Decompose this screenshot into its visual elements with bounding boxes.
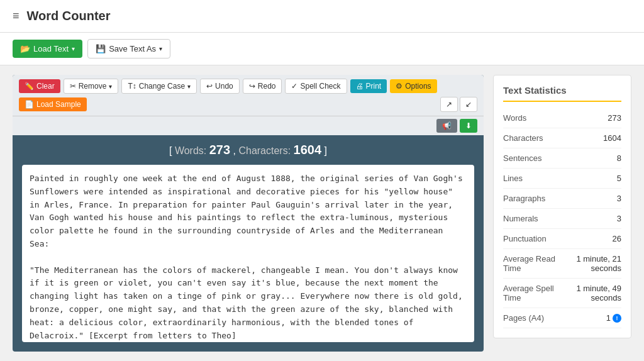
stat-block-value: 1 !: [606, 313, 621, 323]
redo-icon: ↪: [249, 82, 255, 91]
options-button[interactable]: ⚙ Options: [390, 79, 436, 93]
stats-panel: Text Statistics Words273Characters1604Se…: [493, 75, 631, 338]
speaker-button[interactable]: 📢: [436, 119, 457, 133]
stat-block-value: 1 minute, 21 seconds: [560, 254, 621, 273]
stats-rows: Words273Characters1604Sentences8Lines5Pa…: [503, 108, 621, 249]
clear-icon: ✏️: [25, 82, 34, 91]
undo-button[interactable]: ↩ Undo: [200, 79, 240, 94]
info-icon: !: [613, 314, 621, 323]
stat-value: 1604: [603, 133, 621, 143]
stat-row: Characters1604: [503, 128, 621, 148]
stat-label: Paragraphs: [503, 194, 545, 203]
stat-value: 3: [617, 194, 621, 203]
stat-block-label: Pages (A4): [503, 313, 544, 323]
stat-row: Punctuation26: [503, 229, 621, 249]
editor-toolbar: ✏️ Clear ✂ Remove ▾ T↕ Change Case ▾ ↩ U…: [13, 75, 484, 116]
stat-row: Sentences8: [503, 148, 621, 169]
stat-row: Paragraphs3: [503, 189, 621, 209]
word-count-display: [ Words: 273 , Characters: 1604 ]: [13, 135, 484, 165]
stat-row: Words273: [503, 108, 621, 128]
stat-label: Characters: [503, 133, 543, 143]
icon-group: ↗ ↙: [440, 97, 477, 112]
stat-value: 3: [617, 214, 621, 223]
redo-button[interactable]: ↪ Redo: [243, 79, 282, 94]
check-icon: ✓: [291, 82, 297, 91]
sample-icon: 📄: [25, 100, 34, 109]
main-layout: ✏️ Clear ✂ Remove ▾ T↕ Change Case ▾ ↩ U…: [0, 65, 644, 361]
stat-label: Words: [503, 113, 526, 123]
load-caret-icon: ▾: [72, 45, 75, 52]
stat-block-row: Pages (A4)1 !: [503, 308, 621, 328]
save-caret-icon: ▾: [159, 45, 162, 52]
print-icon: 🖨: [356, 82, 364, 91]
stat-value: 26: [613, 234, 621, 243]
stats-title: Text Statistics: [503, 85, 621, 102]
top-bar: ≡ Word Counter: [0, 0, 644, 33]
stat-value: 273: [608, 113, 621, 123]
main-toolbar: 📂 Load Text ▾ 💾 Save Text As ▾: [0, 33, 644, 65]
load-text-button[interactable]: 📂 Load Text ▾: [13, 40, 82, 58]
stat-row: Lines5: [503, 169, 621, 189]
scissors-icon: ✂: [70, 82, 76, 91]
stat-label: Punctuation: [503, 234, 547, 243]
stat-block-row: Average Read Time1 minute, 21 seconds: [503, 249, 621, 279]
save-text-button[interactable]: 💾 Save Text As ▾: [87, 39, 170, 58]
change-case-button[interactable]: T↕ Change Case ▾: [121, 79, 197, 94]
options-icon: ⚙: [396, 82, 402, 91]
stat-block-label: Average Read Time: [503, 254, 560, 273]
stat-label: Numerals: [503, 214, 538, 223]
stat-block-value: 1 minute, 49 seconds: [560, 284, 621, 303]
stat-value: 8: [617, 153, 621, 163]
shrink-icon-button[interactable]: ↙: [460, 97, 477, 112]
editor-panel: ✏️ Clear ✂ Remove ▾ T↕ Change Case ▾ ↩ U…: [13, 75, 484, 352]
undo-icon: ↩: [206, 82, 213, 91]
text-area-wrapper: [13, 165, 484, 352]
remove-button[interactable]: ✂ Remove ▾: [64, 79, 119, 94]
stats-block-rows: Average Read Time1 minute, 21 secondsAve…: [503, 249, 621, 328]
spell-check-button[interactable]: ✓ Spell Check: [285, 79, 347, 94]
stat-row: Numerals3: [503, 209, 621, 229]
pages-badge: 1 !: [606, 313, 621, 323]
load-sample-button[interactable]: 📄 Load Sample: [19, 97, 87, 111]
stat-label: Sentences: [503, 153, 541, 163]
clear-button[interactable]: ✏️ Clear: [19, 79, 60, 93]
remove-caret-icon: ▾: [109, 83, 112, 90]
stat-block-label: Average Spell Time: [503, 284, 560, 303]
stat-label: Lines: [503, 174, 523, 183]
text-editor[interactable]: [22, 165, 474, 342]
text-icon: T↕: [128, 82, 136, 91]
expand-icon-button[interactable]: ↗: [440, 97, 458, 112]
copy-button[interactable]: ⬇: [460, 119, 477, 133]
hamburger-icon[interactable]: ≡: [13, 9, 19, 23]
case-caret-icon: ▾: [187, 83, 191, 90]
stat-block-row: Average Spell Time1 minute, 49 seconds: [503, 279, 621, 308]
app-title: Word Counter: [27, 9, 111, 23]
print-button[interactable]: 🖨 Print: [350, 79, 387, 93]
save-icon: 💾: [96, 44, 106, 53]
load-icon: 📂: [20, 44, 30, 53]
stat-value: 5: [617, 174, 621, 183]
